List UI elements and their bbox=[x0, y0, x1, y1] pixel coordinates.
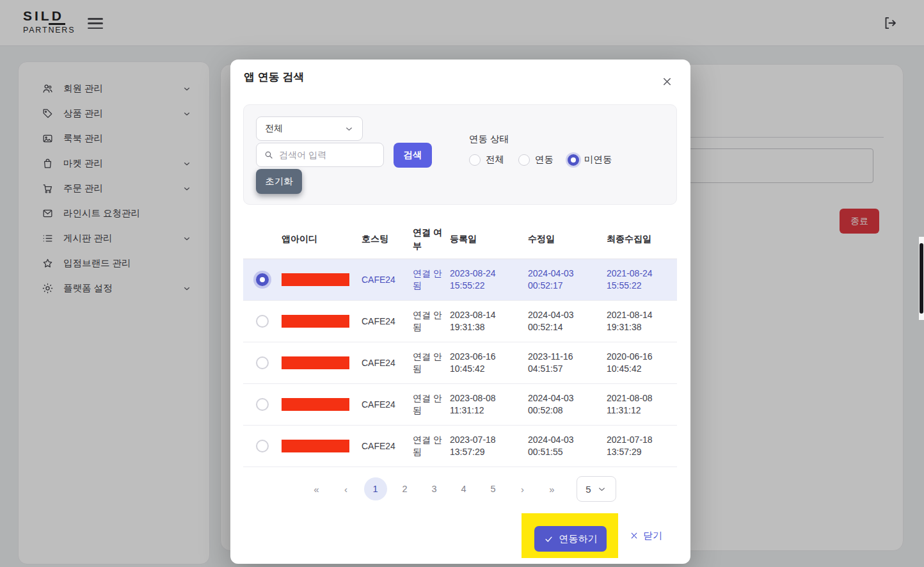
table-header-row: 앱아이디 호스팅 연결 여부 등록일 수정일 최종수집일 bbox=[243, 220, 677, 259]
row-radio[interactable] bbox=[256, 356, 269, 369]
page-button-5[interactable]: 5 bbox=[482, 477, 505, 500]
radio-icon[interactable] bbox=[518, 154, 530, 166]
created-cell: 2023-08-24 15:55:22 bbox=[450, 268, 528, 292]
connection-cell: 연결 안됨 bbox=[413, 268, 450, 292]
redacted-app-id bbox=[282, 398, 349, 411]
modal-footer: 연동하기 닫기 bbox=[522, 513, 662, 558]
link-status-radio-group: 전체 연동 미연동 bbox=[469, 154, 612, 166]
filter-panel: 전체 검색 초기화 연동 상태 전체 연동 미연동 bbox=[243, 104, 677, 205]
radio-icon[interactable] bbox=[469, 154, 481, 166]
redacted-app-id bbox=[282, 440, 349, 452]
radio-icon-checked[interactable] bbox=[568, 154, 579, 166]
redacted-app-id bbox=[282, 315, 349, 328]
table-row[interactable]: CAFE24 연결 안됨 2023-06-16 10:45:42 2023-11… bbox=[243, 342, 677, 384]
status-option-linked[interactable]: 연동 bbox=[518, 154, 554, 166]
row-radio[interactable] bbox=[256, 440, 269, 452]
check-icon bbox=[544, 534, 554, 544]
annotation-highlight: 연동하기 bbox=[522, 513, 618, 558]
pagination: « ‹ 1 2 3 4 5 › » 5 bbox=[230, 476, 690, 502]
modal-close-button[interactable]: 닫기 bbox=[630, 530, 662, 542]
collected-cell: 2021-08-24 15:55:22 bbox=[607, 268, 677, 292]
radio-label: 연동 bbox=[535, 154, 554, 166]
page-size-select[interactable]: 5 bbox=[577, 476, 616, 502]
page-button-1[interactable]: 1 bbox=[364, 477, 387, 500]
search-type-value: 전체 bbox=[265, 123, 283, 134]
search-button[interactable]: 검색 bbox=[394, 143, 432, 168]
app-link-search-modal: 앱 연동 검색 전체 검색 초기화 연동 상태 전체 연동 미연동 bbox=[230, 60, 690, 564]
page-button-2[interactable]: 2 bbox=[394, 477, 417, 500]
status-option-unlinked[interactable]: 미연동 bbox=[568, 154, 612, 166]
row-radio-checked[interactable] bbox=[256, 273, 269, 286]
col-connection: 연결 여부 bbox=[413, 226, 450, 252]
row-radio[interactable] bbox=[256, 398, 269, 411]
modified-cell: 2024-04-03 00:52:17 bbox=[528, 268, 607, 292]
scrollbar-track[interactable] bbox=[919, 237, 924, 320]
col-hosting: 호스팅 bbox=[362, 232, 413, 245]
table-row[interactable]: CAFE24 연결 안됨 2023-08-08 11:31:12 2024-04… bbox=[243, 384, 677, 426]
collected-cell: 2021-08-08 11:31:12 bbox=[607, 392, 677, 417]
modified-cell: 2023-11-16 04:51:57 bbox=[528, 351, 607, 375]
next-page-button[interactable]: › bbox=[511, 477, 534, 500]
collected-cell: 2020-06-16 10:45:42 bbox=[607, 351, 677, 375]
link-confirm-label: 연동하기 bbox=[559, 533, 598, 545]
scrollbar-thumb[interactable] bbox=[920, 243, 923, 314]
hosting-cell: CAFE24 bbox=[362, 315, 413, 328]
col-modified: 수정일 bbox=[528, 232, 607, 245]
chevron-down-icon bbox=[344, 124, 354, 134]
radio-label: 전체 bbox=[486, 154, 504, 166]
redacted-app-id bbox=[282, 273, 349, 286]
created-cell: 2023-08-08 11:31:12 bbox=[450, 392, 528, 417]
close-icon[interactable] bbox=[661, 75, 674, 88]
link-confirm-button[interactable]: 연동하기 bbox=[534, 526, 607, 552]
hosting-cell: CAFE24 bbox=[362, 274, 413, 286]
radio-label: 미연동 bbox=[584, 154, 612, 166]
table-row[interactable]: CAFE24 연결 안됨 2023-08-24 15:55:22 2024-04… bbox=[243, 259, 677, 301]
search-type-select[interactable]: 전체 bbox=[256, 116, 363, 141]
search-input-wrap bbox=[256, 143, 384, 167]
created-cell: 2023-06-16 10:45:42 bbox=[450, 351, 528, 375]
col-created: 등록일 bbox=[450, 232, 528, 245]
col-app-id: 앱아이디 bbox=[282, 232, 362, 245]
page-size-value: 5 bbox=[585, 484, 591, 495]
connection-cell: 연결 안됨 bbox=[413, 434, 450, 458]
table-row[interactable]: CAFE24 연결 안됨 2023-07-18 13:57:29 2024-04… bbox=[243, 426, 677, 467]
hosting-cell: CAFE24 bbox=[362, 440, 413, 452]
table-row[interactable]: CAFE24 연결 안됨 2023-08-14 19:31:38 2024-04… bbox=[243, 301, 677, 342]
last-page-button[interactable]: » bbox=[541, 477, 564, 500]
page-button-4[interactable]: 4 bbox=[452, 477, 475, 500]
modal-title: 앱 연동 검색 bbox=[244, 70, 304, 84]
chevron-down-icon bbox=[597, 484, 607, 494]
modified-cell: 2024-04-03 00:52:08 bbox=[528, 392, 607, 417]
redacted-app-id bbox=[282, 356, 349, 369]
search-icon bbox=[264, 150, 274, 160]
status-option-all[interactable]: 전체 bbox=[469, 154, 504, 166]
collected-cell: 2021-08-14 19:31:38 bbox=[607, 309, 677, 333]
modified-cell: 2024-04-03 00:51:55 bbox=[528, 434, 607, 458]
connection-cell: 연결 안됨 bbox=[413, 351, 450, 375]
reset-button[interactable]: 초기화 bbox=[256, 169, 302, 194]
modal-close-label: 닫기 bbox=[643, 530, 662, 542]
link-status-label: 연동 상태 bbox=[469, 133, 509, 145]
search-input[interactable] bbox=[279, 150, 376, 160]
row-radio[interactable] bbox=[256, 315, 269, 328]
first-page-button[interactable]: « bbox=[305, 477, 328, 500]
hosting-cell: CAFE24 bbox=[362, 357, 413, 369]
results-table: 앱아이디 호스팅 연결 여부 등록일 수정일 최종수집일 CAFE24 연결 안… bbox=[243, 220, 677, 467]
connection-cell: 연결 안됨 bbox=[413, 392, 450, 417]
prev-page-button[interactable]: ‹ bbox=[335, 477, 358, 500]
col-last-collected: 최종수집일 bbox=[607, 232, 677, 245]
modified-cell: 2024-04-03 00:52:14 bbox=[528, 309, 607, 333]
created-cell: 2023-08-14 19:31:38 bbox=[450, 309, 528, 333]
connection-cell: 연결 안됨 bbox=[413, 309, 450, 333]
hosting-cell: CAFE24 bbox=[362, 399, 413, 411]
page-button-3[interactable]: 3 bbox=[423, 477, 446, 500]
created-cell: 2023-07-18 13:57:29 bbox=[450, 434, 528, 458]
close-x-icon bbox=[630, 531, 639, 540]
collected-cell: 2021-07-18 13:57:29 bbox=[607, 434, 677, 458]
